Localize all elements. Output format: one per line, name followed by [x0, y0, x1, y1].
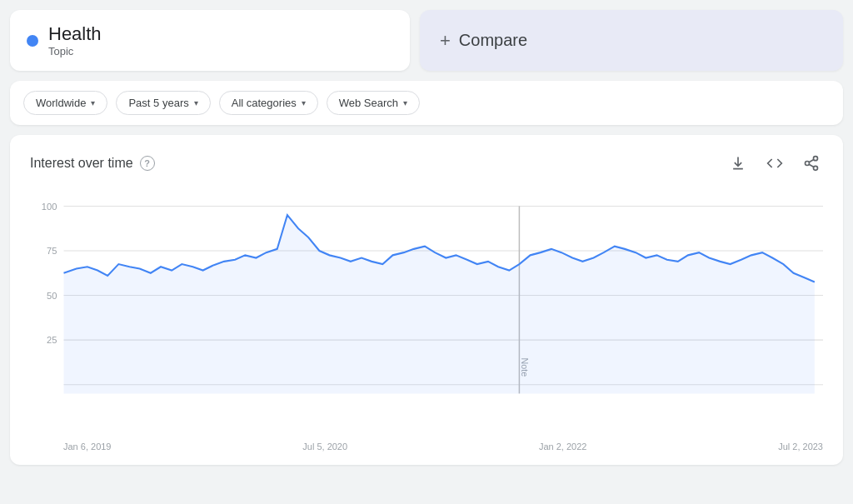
chart-title: Interest over time [30, 156, 133, 171]
search-type-chevron-icon: ▾ [403, 98, 407, 107]
share-button[interactable] [800, 152, 823, 175]
region-filter-label: Worldwide [36, 97, 86, 109]
interest-chart: 100 75 50 25 Note [30, 188, 823, 438]
x-label-2: Jan 2, 2022 [539, 442, 587, 452]
chart-header: Interest over time ? [30, 152, 823, 175]
time-chevron-icon: ▾ [194, 98, 198, 107]
time-filter-label: Past 5 years [128, 97, 188, 109]
svg-marker-16 [64, 215, 815, 393]
embed-button[interactable] [763, 152, 786, 175]
compare-card[interactable]: + Compare [420, 10, 843, 71]
chart-title-group: Interest over time ? [30, 156, 155, 171]
chart-card: Interest over time ? [10, 135, 843, 465]
x-label-0: Jan 6, 2019 [63, 442, 112, 452]
x-axis-labels: Jan 6, 2019 Jul 5, 2020 Jan 2, 2022 Jul … [30, 438, 823, 452]
health-text: Health Topic [48, 23, 102, 57]
compare-label: Compare [459, 31, 527, 50]
region-filter[interactable]: Worldwide ▾ [23, 91, 107, 115]
x-label-3: Jul 2, 2023 [778, 442, 823, 452]
svg-text:25: 25 [47, 335, 57, 345]
svg-text:100: 100 [42, 201, 57, 211]
svg-point-2 [814, 166, 818, 170]
chart-actions [726, 152, 823, 175]
search-type-filter[interactable]: Web Search ▾ [327, 91, 420, 115]
health-title: Health [48, 23, 102, 45]
chart-container: 100 75 50 25 Note [30, 188, 823, 438]
health-subtitle: Topic [48, 45, 102, 57]
category-chevron-icon: ▾ [302, 98, 306, 107]
time-filter[interactable]: Past 5 years ▾ [116, 91, 210, 115]
svg-line-4 [809, 159, 814, 162]
x-label-1: Jul 5, 2020 [302, 442, 347, 452]
svg-text:75: 75 [47, 246, 57, 256]
filters-row: Worldwide ▾ Past 5 years ▾ All categorie… [10, 81, 843, 125]
svg-point-1 [806, 162, 810, 166]
compare-plus-icon: + [440, 30, 451, 52]
health-topic-card: Health Topic [10, 10, 410, 71]
help-icon[interactable]: ? [140, 156, 155, 171]
svg-line-3 [809, 164, 814, 167]
svg-point-0 [814, 157, 818, 161]
search-type-filter-label: Web Search [339, 97, 398, 109]
health-dot [27, 35, 38, 47]
svg-text:50: 50 [47, 291, 57, 301]
category-filter[interactable]: All categories ▾ [219, 91, 318, 115]
region-chevron-icon: ▾ [91, 98, 95, 107]
category-filter-label: All categories [232, 97, 297, 109]
download-button[interactable] [726, 152, 750, 175]
